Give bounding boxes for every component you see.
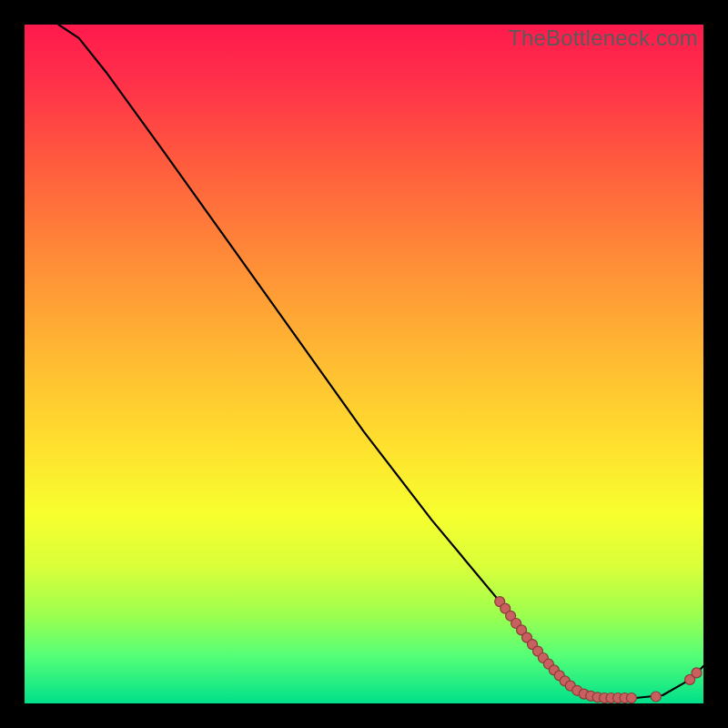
data-marker [692, 668, 702, 678]
chart-frame: TheBottleneck.com [25, 25, 703, 703]
data-marker [626, 693, 636, 703]
bottleneck-curve [25, 25, 703, 703]
plot-area: TheBottleneck.com [25, 25, 703, 703]
data-marker [651, 692, 661, 702]
